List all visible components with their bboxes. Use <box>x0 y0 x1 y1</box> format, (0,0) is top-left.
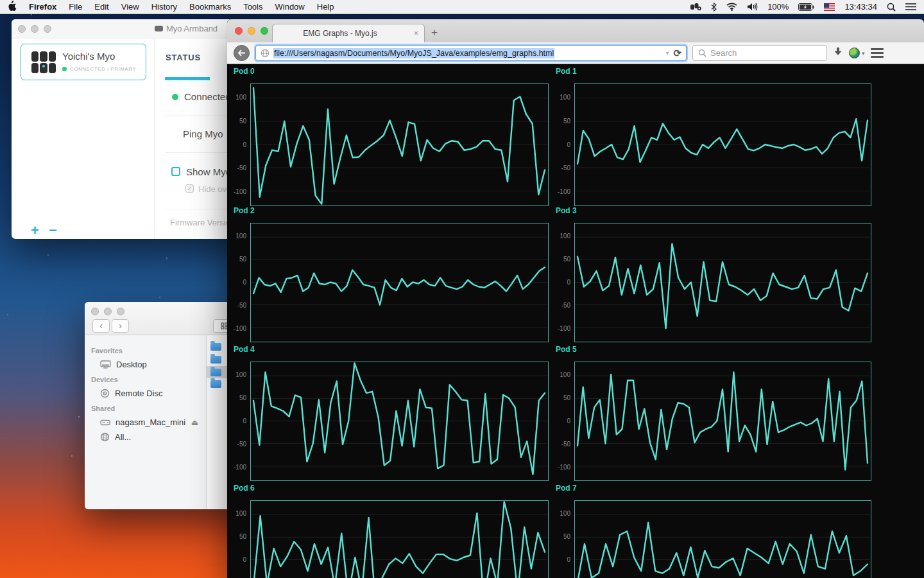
pod-plot <box>250 223 549 342</box>
pod-label: Pod 1 <box>556 67 577 76</box>
new-tab-button[interactable]: + <box>431 26 438 39</box>
menu-item-history[interactable]: History <box>151 2 177 12</box>
url-bar[interactable]: file:///Users/nagasm/Documents/Myo/MyoJS… <box>255 45 687 61</box>
y-axis-tick: 0 <box>551 279 570 286</box>
pod-label: Pod 3 <box>556 206 577 215</box>
firefox-tab-bar[interactable]: EMG Graphs - Myo.js × + <box>227 19 924 42</box>
menu-item-window[interactable]: Window <box>275 2 305 12</box>
y-axis-tick: 0 <box>551 556 570 563</box>
y-axis-tick: 0 <box>227 141 246 148</box>
finder-sidebar: Favorites Desktop Devices Remote Disc Sh… <box>85 335 207 509</box>
minimize-button[interactable] <box>104 308 112 315</box>
close-button[interactable] <box>235 27 243 35</box>
zoom-button[interactable] <box>261 27 268 35</box>
firefox-nav-bar: file:///Users/nagasm/Documents/Myo/MyoJS… <box>227 42 924 64</box>
reload-icon[interactable]: ⟳ <box>673 48 681 59</box>
device-status: CONNECTED / PRIMARY <box>62 66 136 72</box>
network-globe-icon <box>100 432 110 442</box>
url-dropdown-icon[interactable]: ▾ <box>665 49 669 57</box>
myo-title-icon <box>155 26 163 31</box>
close-button[interactable] <box>91 308 99 315</box>
spotlight-icon[interactable] <box>887 3 896 12</box>
menu-bar-clock[interactable]: 13:43:34 <box>844 2 877 12</box>
y-axis-tick: 0 <box>227 556 246 563</box>
notification-center-icon[interactable] <box>905 3 916 11</box>
y-axis-tick: 100 <box>227 510 246 517</box>
tab-status-underline <box>165 77 210 80</box>
eject-icon[interactable]: ⏏ <box>191 418 198 427</box>
tab-status[interactable]: STATUS <box>166 53 201 62</box>
status-dot <box>172 94 178 100</box>
device-name: Yoichi's Myo <box>62 51 115 62</box>
extension-dropdown-icon[interactable]: ▾ <box>862 50 865 57</box>
y-axis-tick: -50 <box>551 302 570 309</box>
pod-plot <box>574 83 871 206</box>
window-controls[interactable] <box>91 308 124 315</box>
window-controls[interactable] <box>235 27 268 35</box>
y-axis-tick: 100 <box>551 510 570 517</box>
hide-overlay-checkbox[interactable]: ✓ <box>185 184 194 193</box>
y-axis-tick: -100 <box>551 464 570 471</box>
bluetooth-icon[interactable] <box>711 3 717 12</box>
zoom-button[interactable] <box>117 308 124 315</box>
y-axis-tick: -50 <box>227 441 246 448</box>
y-axis-tick: -100 <box>551 325 570 332</box>
pod-label: Pod 0 <box>234 67 255 76</box>
page-globe-icon <box>261 49 270 58</box>
pod-plot <box>574 500 871 578</box>
back-button[interactable]: ‹ <box>92 319 110 333</box>
show-gestures-checkbox[interactable] <box>171 167 180 176</box>
add-device-button[interactable]: + <box>31 222 39 239</box>
y-axis-tick: 50 <box>227 394 246 401</box>
myo-device-card[interactable]: Yoichi's Myo CONNECTED / PRIMARY <box>21 44 146 80</box>
sidebar-item-remote-disc[interactable]: Remote Disc <box>85 386 206 401</box>
remove-device-button[interactable]: − <box>49 222 57 239</box>
star <box>166 258 167 259</box>
downloads-icon[interactable] <box>833 47 843 60</box>
sidebar-item-desktop[interactable]: Desktop <box>85 357 206 372</box>
menu-item-firefox[interactable]: Firefox <box>29 2 56 12</box>
folder-icon <box>210 343 221 351</box>
sidebar-item-nagasm-mac-mini[interactable]: nagasm_Mac_mini ⏏ <box>85 415 206 430</box>
search-input[interactable]: Search <box>692 45 827 61</box>
star <box>71 455 73 457</box>
menu-bar: Firefox File Edit View History Bookmarks… <box>0 0 924 14</box>
y-axis-tick: 0 <box>551 417 570 425</box>
menu-item-file[interactable]: File <box>69 2 82 12</box>
y-axis-tick: -50 <box>551 164 570 171</box>
myo-menubar-icon[interactable] <box>690 3 701 11</box>
sidebar-item-all[interactable]: All... <box>85 430 206 444</box>
wifi-icon[interactable] <box>726 3 737 11</box>
panel-divider <box>154 39 155 239</box>
tab-close-icon[interactable]: × <box>414 29 418 38</box>
volume-icon[interactable] <box>747 3 758 11</box>
menu-hamburger-icon[interactable] <box>871 48 884 58</box>
y-axis-tick: -100 <box>227 325 246 332</box>
y-axis-tick: 50 <box>551 118 570 125</box>
tab-title: EMG Graphs - Myo.js <box>273 29 407 38</box>
menu-item-help[interactable]: Help <box>317 2 334 12</box>
ping-myo-button[interactable]: Ping Myo <box>183 128 223 139</box>
star <box>47 254 49 256</box>
pod-plot <box>250 362 549 481</box>
menu-item-bookmarks[interactable]: Bookmarks <box>189 2 231 12</box>
forward-button[interactable]: › <box>112 319 129 333</box>
menu-item-view[interactable]: View <box>121 2 139 12</box>
tab-emg-graphs[interactable]: EMG Graphs - Myo.js × <box>272 24 425 42</box>
extension-icon[interactable] <box>849 48 860 58</box>
pod-label: Pod 6 <box>234 484 255 493</box>
apple-menu-icon[interactable] <box>8 1 17 13</box>
input-source-flag-icon[interactable] <box>824 3 835 11</box>
sidebar-section-devices: Devices <box>85 372 206 386</box>
back-button[interactable] <box>234 45 250 61</box>
desktop-icon <box>100 360 111 369</box>
menu-item-edit[interactable]: Edit <box>94 2 108 12</box>
y-axis-tick: 50 <box>227 533 246 540</box>
pod-plot <box>250 500 549 578</box>
pod-label: Pod 2 <box>234 206 255 215</box>
menu-item-tools[interactable]: Tools <box>243 2 262 12</box>
url-text-selected[interactable]: file:///Users/nagasm/Documents/Myo/MyoJS… <box>273 48 554 58</box>
disc-icon <box>100 389 110 398</box>
star <box>78 416 80 417</box>
minimize-button[interactable] <box>248 27 255 35</box>
